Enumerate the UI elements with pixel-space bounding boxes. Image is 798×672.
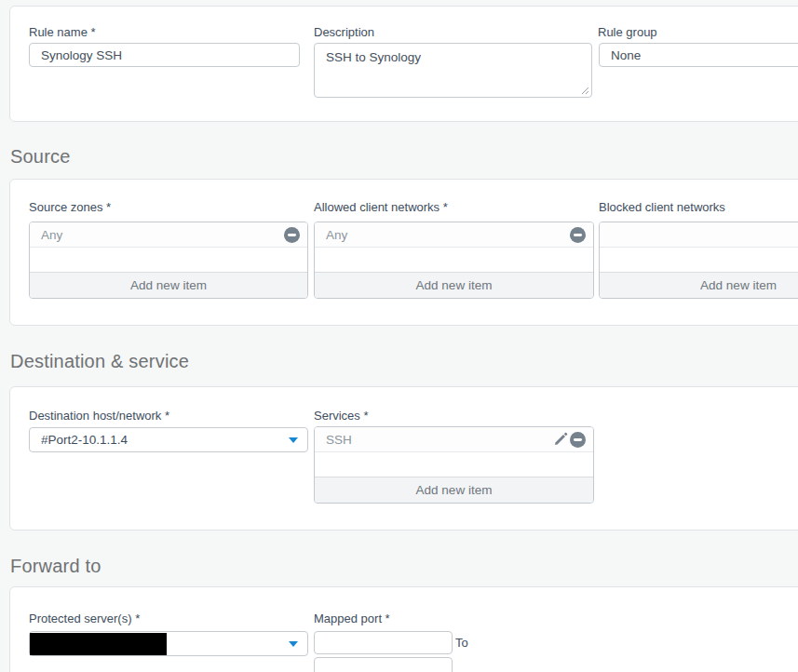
protected-servers-select[interactable] [29, 631, 308, 656]
select-value: #Port2-10.1.1.4 [41, 433, 289, 447]
add-new-item-button[interactable]: Add new item [30, 272, 307, 298]
blocked-networks-listbox: Add new item [599, 222, 798, 299]
forward-card: Protected server(s) * Mapped port * To [9, 586, 798, 672]
description-label: Description [314, 25, 374, 39]
forward-section-heading: Forward to [10, 556, 101, 577]
allowed-networks-label: Allowed client networks * [314, 200, 448, 214]
source-section-heading: Source [10, 146, 71, 168]
source-zones-listbox: Any Add new item [29, 222, 308, 299]
rule-group-input[interactable] [599, 43, 798, 67]
source-card: Source zones * Allowed client networks *… [9, 179, 798, 326]
list-item-label: SSH [326, 433, 551, 447]
minus-circle-icon [284, 227, 300, 243]
description-textarea[interactable]: SSH to Synology [314, 43, 592, 98]
allowed-networks-listbox: Any Add new item [314, 222, 594, 299]
rule-name-input[interactable] [29, 43, 300, 67]
redacted-value [30, 633, 167, 655]
rule-name-label: Rule name * [29, 25, 96, 39]
list-spacer [30, 248, 307, 272]
protected-servers-label: Protected server(s) * [29, 612, 140, 625]
list-item-label: Any [326, 228, 569, 242]
list-spacer [315, 248, 593, 272]
empty-list-row [600, 222, 798, 248]
list-spacer [315, 452, 593, 477]
to-label: To [455, 636, 468, 650]
mapped-port-label: Mapped port * [314, 612, 390, 625]
chevron-down-icon [289, 437, 298, 443]
remove-item-button[interactable] [283, 226, 301, 244]
destination-section-heading: Destination & service [10, 351, 189, 372]
add-new-item-button[interactable]: Add new item [315, 272, 593, 298]
blocked-networks-label: Blocked client networks [599, 200, 725, 214]
minus-circle-icon [570, 227, 586, 243]
mapped-port-end-input[interactable] [314, 657, 453, 672]
destination-card: Destination host/network * #Port2-10.1.1… [9, 386, 798, 531]
nat-rule-form: Rule name * Description SSH to Synology … [0, 0, 798, 672]
list-item-label: Any [41, 228, 283, 242]
add-new-item-button[interactable]: Add new item [600, 272, 798, 298]
destination-host-select[interactable]: #Port2-10.1.1.4 [29, 427, 308, 452]
edit-item-button[interactable] [551, 431, 569, 449]
basic-info-card: Rule name * Description SSH to Synology … [9, 6, 798, 122]
destination-host-label: Destination host/network * [29, 409, 169, 423]
list-item: Any [315, 222, 593, 248]
rule-group-label: Rule group [598, 25, 657, 39]
list-item: Any [30, 222, 307, 248]
pencil-icon [553, 432, 568, 447]
services-listbox: SSH Add new item [314, 426, 594, 504]
minus-circle-icon [570, 432, 586, 448]
list-spacer [600, 248, 798, 272]
source-zones-label: Source zones * [29, 200, 111, 214]
mapped-port-start-input[interactable] [314, 631, 453, 654]
list-item: SSH [315, 427, 593, 452]
remove-item-button[interactable] [569, 431, 587, 449]
description-field-wrap: SSH to Synology [314, 43, 592, 98]
services-label: Services * [314, 409, 369, 423]
chevron-down-icon [289, 641, 298, 647]
add-new-item-button[interactable]: Add new item [315, 477, 593, 503]
remove-item-button[interactable] [569, 226, 587, 244]
